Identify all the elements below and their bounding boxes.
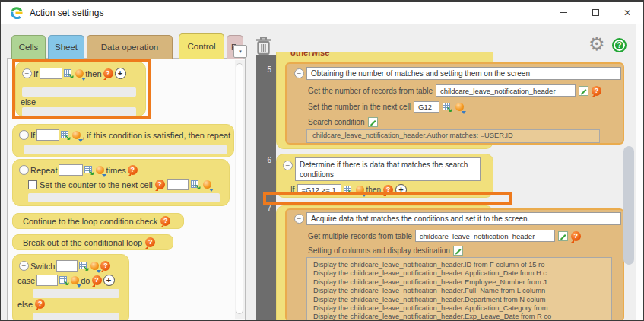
tab-list-dropdown-button[interactable]: ▼ (233, 45, 247, 58)
cell-picker-icon[interactable] (64, 69, 74, 78)
add-case-icon[interactable]: + (103, 275, 115, 286)
search-condition-value: childcare_leave_notification_header.Auth… (306, 129, 600, 143)
formula-dropdown-icon[interactable] (72, 131, 81, 139)
switch-value-input[interactable] (56, 260, 78, 272)
table-name-input[interactable]: childcare_leave_notification_header (415, 230, 555, 242)
table-name-input[interactable]: childcare_leave_notification_header (436, 84, 576, 97)
help-bubble-icon[interactable]: ? (571, 231, 581, 241)
action-set-settings-dialog: Action set settings ✕ Cells Sheet Data o… (0, 0, 644, 321)
if-condition-input[interactable] (40, 68, 62, 79)
repeat-count-input[interactable] (59, 164, 83, 176)
help-bubble-icon[interactable]: ? (592, 86, 601, 96)
drop-target-indicator (263, 192, 512, 205)
cell-picker-icon[interactable] (79, 262, 89, 271)
palette-continue-pill[interactable]: Continue to the loop condition check ? (12, 213, 184, 229)
formula-dropdown-icon[interactable] (75, 69, 84, 78)
loop-suffix-label: , if this condition is satisfied, then r… (82, 131, 230, 140)
get-multiple-label: Get multiple records from table (308, 232, 412, 240)
step-number-gutter (256, 55, 276, 321)
counter-label: Set the counter to the next cell (40, 180, 153, 189)
cell-picker-icon[interactable] (84, 166, 94, 175)
maximize-button[interactable] (579, 2, 611, 24)
palette-if-loop-block[interactable]: − If , if this condition is satisfied, t… (12, 124, 234, 157)
settings-gear-icon[interactable]: ⚙ (588, 35, 605, 53)
step6-block[interactable]: − Determine if there is data that matche… (276, 154, 493, 198)
target-cell-input[interactable]: G12 (414, 101, 439, 113)
break-label: Break out of the conditional loop (23, 238, 142, 247)
step-number: 7 (256, 204, 271, 212)
counter-checkbox[interactable] (28, 180, 37, 189)
cell-picker-icon[interactable] (191, 180, 201, 189)
add-action-icon[interactable]: + (115, 68, 126, 79)
step7-block[interactable]: − Acquire data that matches the conditio… (285, 208, 624, 321)
close-icon: ✕ (623, 8, 631, 17)
collapse-icon[interactable]: − (294, 68, 304, 78)
collapse-icon[interactable]: − (283, 160, 293, 170)
help-bubble-icon[interactable]: ? (100, 261, 110, 271)
tab-cells[interactable]: Cells (11, 35, 46, 59)
case-label: case (17, 276, 35, 285)
tab-sheet[interactable]: Sheet (48, 35, 84, 59)
else-label: else (17, 300, 33, 309)
formula-dropdown-icon[interactable] (96, 166, 104, 174)
tab-control[interactable]: Control (179, 33, 224, 59)
empty-action-slot[interactable] (33, 313, 119, 321)
palette-switch-block[interactable]: − Switch ? case do ? + else ? (12, 254, 129, 321)
step5-block[interactable]: − Obtaining the number of matches and se… (285, 62, 624, 145)
palette-repeat-block[interactable]: − Repeat times ? Set the counter to the … (12, 159, 230, 206)
collapse-icon[interactable]: − (19, 261, 29, 271)
step5-title-input[interactable]: Obtaining the number of matches and sett… (306, 67, 621, 80)
collapse-icon[interactable]: − (294, 214, 304, 224)
step7-title-input[interactable]: Acquire data that matches the conditions… (306, 212, 621, 225)
formula-dropdown-icon[interactable] (90, 262, 99, 270)
formula-dropdown-icon[interactable] (71, 276, 79, 284)
help-bubble-icon[interactable]: ? (155, 180, 165, 189)
collapse-icon[interactable]: − (19, 165, 29, 175)
palette-break-pill[interactable]: Break out of the conditional loop ? (12, 234, 173, 250)
then-label: then (85, 69, 101, 78)
help-bubble-icon[interactable]: ? (35, 299, 45, 309)
formula-dropdown-icon[interactable] (203, 180, 211, 189)
cell-picker-icon[interactable] (59, 276, 69, 285)
case-value-input[interactable] (36, 275, 58, 286)
step6-title-input[interactable]: Determine if there is data that matches … (295, 157, 481, 181)
otherwise-label: otherwise (290, 52, 329, 57)
get-records-label: Get the number of records from table (308, 87, 433, 95)
times-label: times (106, 166, 125, 175)
palette-if-else-block[interactable]: − If then ? + else (15, 62, 146, 116)
dialog-help-icon[interactable]: ? (612, 38, 627, 52)
close-button[interactable]: ✕ (611, 2, 643, 24)
edit-icon[interactable] (453, 246, 463, 256)
counter-cell-input[interactable] (167, 179, 189, 190)
formula-dropdown-icon[interactable] (455, 103, 464, 111)
help-bubble-icon[interactable]: ? (103, 68, 113, 78)
palette-scrollbar[interactable] (235, 60, 245, 319)
palette-scrollbar-thumb[interactable] (236, 63, 243, 314)
help-bubble-icon[interactable]: ? (128, 165, 138, 175)
step-number: 5 (256, 65, 271, 74)
delete-action-icon[interactable] (255, 36, 272, 56)
loop-condition-input[interactable] (36, 129, 59, 141)
edit-icon[interactable] (368, 117, 378, 127)
empty-action-slot[interactable] (22, 87, 136, 97)
help-bubble-icon[interactable]: ? (92, 275, 102, 285)
empty-action-slot[interactable] (24, 145, 227, 154)
cell-picker-icon[interactable] (61, 131, 71, 140)
collapse-icon[interactable]: − (19, 130, 29, 140)
empty-action-slot[interactable] (28, 193, 220, 202)
minimize-button[interactable] (547, 2, 579, 24)
edit-icon[interactable] (558, 231, 568, 241)
help-bubble-icon[interactable]: ? (160, 216, 170, 226)
help-bubble-icon[interactable]: ? (145, 237, 155, 247)
empty-action-slot[interactable] (22, 107, 136, 116)
display-line: Display the childcare_leave_notification… (313, 287, 611, 295)
search-condition-label: Search condition (308, 118, 365, 126)
collapse-icon[interactable]: − (22, 68, 32, 78)
canvas-scrollbar-thumb[interactable] (623, 146, 634, 265)
cell-picker-icon[interactable] (443, 103, 452, 112)
titlebar: Action set settings ✕ (1, 2, 643, 24)
edit-icon[interactable] (579, 86, 588, 96)
empty-action-slot[interactable] (33, 289, 119, 298)
tab-data-operation[interactable]: Data operation (87, 35, 173, 59)
set-number-label: Set the number in the next cell (308, 103, 411, 111)
